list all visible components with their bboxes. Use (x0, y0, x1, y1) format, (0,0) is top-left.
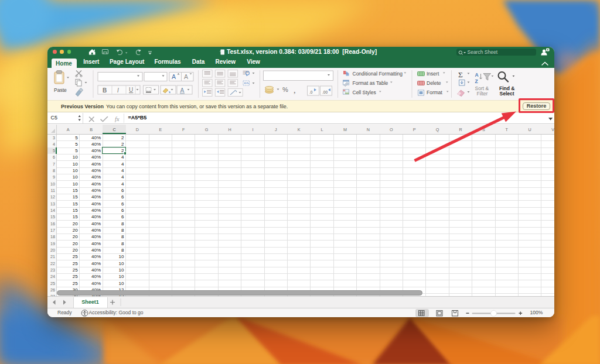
svg-text:fx: fx (115, 116, 120, 122)
svg-text:Filter: Filter (477, 91, 488, 97)
svg-text:Delete: Delete (427, 80, 441, 86)
svg-text:Format: Format (427, 90, 443, 95)
svg-text:,: , (294, 86, 296, 95)
svg-text:Paste: Paste (54, 87, 67, 93)
svg-text:A: A (180, 87, 185, 94)
svg-text:U: U (129, 87, 133, 93)
svg-text:.0: .0 (309, 90, 313, 94)
svg-text:.00: .00 (322, 90, 328, 94)
svg-text:Format as Table: Format as Table (353, 80, 388, 86)
svg-text:Conditional Formatting: Conditional Formatting (353, 71, 403, 77)
svg-text:%: % (282, 86, 288, 93)
svg-text:A: A (172, 73, 176, 80)
svg-text:Σ: Σ (458, 70, 463, 79)
svg-text:Z: Z (475, 78, 478, 84)
svg-text:B: B (103, 87, 107, 94)
svg-text:Cell Styles: Cell Styles (353, 90, 376, 95)
svg-text:A: A (184, 73, 188, 80)
svg-text:I: I (117, 87, 119, 94)
svg-text:Select: Select (500, 91, 514, 97)
svg-text:Insert: Insert (427, 71, 439, 77)
svg-text:A: A (475, 72, 479, 78)
